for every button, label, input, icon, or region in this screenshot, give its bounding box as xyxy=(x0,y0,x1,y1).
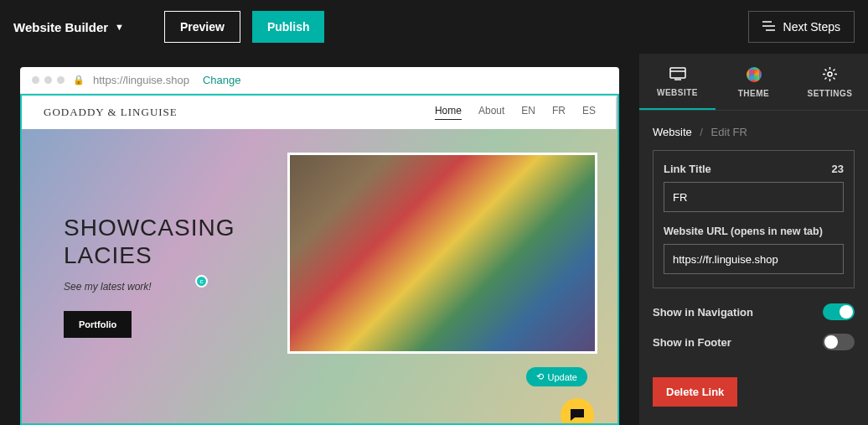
tab-settings[interactable]: SETTINGS xyxy=(792,54,868,110)
dot-icon xyxy=(57,76,65,84)
list-icon xyxy=(762,20,775,34)
portfolio-button[interactable]: Portfolio xyxy=(64,311,132,338)
site-nav: Home About EN FR ES xyxy=(435,105,596,120)
sidebar-tabs: WEBSITE THEME SETTINGS xyxy=(639,54,868,111)
chat-icon xyxy=(570,408,585,422)
site-preview[interactable]: GODADDY & LINGUISE Home About EN FR ES S… xyxy=(20,94,619,425)
url-text: https://linguise.shop xyxy=(93,74,189,86)
publish-button[interactable]: Publish xyxy=(252,11,325,43)
link-title-label: Link Title xyxy=(664,163,711,175)
link-title-input[interactable] xyxy=(664,182,844,212)
brand-label: Website Builder xyxy=(13,20,108,34)
top-actions: Preview Publish xyxy=(164,11,325,43)
tab-label: SETTINGS xyxy=(807,89,852,98)
site-logo[interactable]: GODADDY & LINGUISE xyxy=(44,106,178,119)
window-dots xyxy=(32,76,65,84)
svg-point-1 xyxy=(828,72,832,76)
show-footer-row: Show in Footer xyxy=(653,334,855,350)
lock-icon: 🔒 xyxy=(73,75,85,86)
delete-link-button[interactable]: Delete Link xyxy=(653,377,737,407)
website-icon xyxy=(669,65,686,82)
tab-label: WEBSITE xyxy=(657,88,698,97)
nav-es[interactable]: ES xyxy=(582,105,596,120)
url-input[interactable] xyxy=(664,244,844,274)
hero-text: SHOWCASINGLACIES c See my latest work! P… xyxy=(64,215,235,337)
tab-theme[interactable]: THEME xyxy=(716,54,792,110)
site-header: GODADDY & LINGUISE Home About EN FR ES xyxy=(22,96,617,129)
show-footer-toggle[interactable] xyxy=(823,334,855,350)
show-nav-toggle[interactable] xyxy=(823,303,855,320)
preview-canvas: 🔒 https://linguise.shop Change GODADDY &… xyxy=(20,67,619,425)
change-link[interactable]: Change xyxy=(203,74,241,86)
show-footer-label: Show in Footer xyxy=(653,336,731,349)
url-label: Website URL (opens in new tab) xyxy=(664,225,844,237)
nav-about[interactable]: About xyxy=(478,105,504,120)
top-bar: Website Builder ▼ Preview Publish Next S… xyxy=(0,0,868,54)
tab-website[interactable]: WEBSITE xyxy=(639,54,716,110)
show-nav-label: Show in Navigation xyxy=(653,306,753,319)
nav-home[interactable]: Home xyxy=(435,105,462,120)
breadcrumb: Website / Edit FR xyxy=(653,126,855,138)
show-nav-row: Show in Navigation xyxy=(653,303,855,320)
hero-subtitle: See my latest work! xyxy=(64,281,235,293)
sidebar-body: Website / Edit FR Link Title 23 Website … xyxy=(639,111,868,425)
nav-en[interactable]: EN xyxy=(521,105,535,120)
update-label: Update xyxy=(548,372,577,382)
chat-fab[interactable] xyxy=(561,398,594,425)
next-steps-label: Next Steps xyxy=(783,20,840,34)
edit-panel: Link Title 23 Website URL (opens in new … xyxy=(653,150,855,288)
chevron-down-icon: ▼ xyxy=(115,22,124,32)
breadcrumb-sep: / xyxy=(700,126,703,138)
theme-icon xyxy=(746,66,762,83)
svg-rect-0 xyxy=(670,68,685,78)
hero-image[interactable] xyxy=(287,153,597,354)
tab-label: THEME xyxy=(738,89,770,98)
brand-dropdown[interactable]: Website Builder ▼ xyxy=(13,20,124,34)
edit-cursor-icon[interactable]: c xyxy=(195,275,208,288)
dot-icon xyxy=(44,76,52,84)
preview-button[interactable]: Preview xyxy=(164,11,240,43)
gear-icon xyxy=(822,66,839,83)
update-button[interactable]: ⟲ Update xyxy=(526,367,587,386)
breadcrumb-root[interactable]: Website xyxy=(653,126,692,138)
char-count: 23 xyxy=(832,163,844,175)
address-bar: 🔒 https://linguise.shop Change xyxy=(20,67,619,94)
hero-title: SHOWCASINGLACIES xyxy=(64,215,235,268)
dot-icon xyxy=(32,76,39,84)
next-steps-button[interactable]: Next Steps xyxy=(748,11,855,43)
sidebar: WEBSITE THEME SETTINGS Website / Edit FR xyxy=(639,54,868,425)
nav-fr[interactable]: FR xyxy=(552,105,566,120)
breadcrumb-current: Edit FR xyxy=(711,126,747,138)
refresh-icon: ⟲ xyxy=(536,371,544,382)
canvas-area: 🔒 https://linguise.shop Change GODADDY &… xyxy=(0,54,639,425)
